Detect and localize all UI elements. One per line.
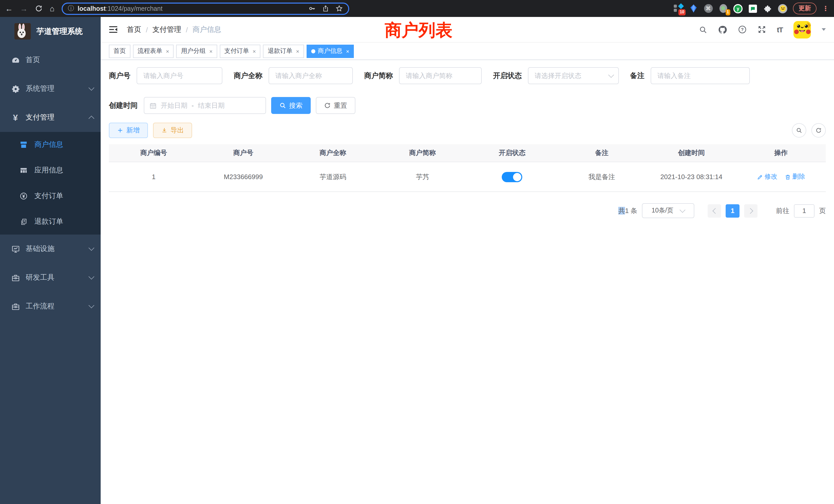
extension-chat-icon[interactable]	[748, 4, 758, 13]
home-icon[interactable]: ⌂	[50, 5, 54, 12]
filter-create-time: 创建时间 开始日期 - 结束日期	[109, 97, 266, 114]
extension-gem-icon[interactable]	[689, 4, 698, 13]
browser-profile-avatar[interactable]	[778, 4, 787, 13]
browser-menu-icon[interactable]: ⋮	[822, 5, 829, 12]
breadcrumb-current: 商户信息	[193, 25, 221, 34]
sidebar-item-label: 应用信息	[35, 166, 63, 175]
sidebar-fold-icon[interactable]	[109, 26, 117, 33]
merchant-table: 商户编号 商户号 商户全称 商户简称 开启状态 备注 创建时间 操作 1 M23…	[109, 144, 826, 192]
address-bar[interactable]: ⓘ localhost:1024/pay/merchant	[62, 2, 349, 15]
sidebar-item-app-info[interactable]: 应用信息	[0, 158, 101, 183]
table-toolbar: 新增 导出	[109, 123, 826, 138]
table-row: 1 M233666999 芋道源码 芋艿 我是备注 2021-10-23 08:…	[109, 162, 826, 192]
merchant-no-label: 商户号	[109, 71, 137, 80]
github-icon[interactable]	[718, 25, 727, 34]
tab-label: 支付订单	[224, 47, 249, 55]
font-size-icon[interactable]: tT	[777, 25, 783, 33]
sidebar-item-pay-order[interactable]: 支付订单	[0, 183, 101, 209]
refresh-icon	[815, 127, 822, 134]
avatar-dropdown-caret-icon[interactable]	[822, 28, 826, 31]
tab-home[interactable]: 首页	[109, 44, 130, 58]
remark-input[interactable]	[651, 67, 750, 84]
extension-tiles-icon[interactable]: 10	[674, 4, 683, 13]
tab-close-icon[interactable]: ×	[346, 48, 349, 54]
tab-label: 流程表单	[138, 47, 162, 55]
forward-icon[interactable]: →	[20, 5, 28, 12]
sidebar-item-label: 研发工具	[26, 273, 54, 282]
sidebar-item-label: 退款订单	[35, 217, 63, 226]
fullscreen-icon[interactable]	[758, 25, 766, 34]
prev-page-button[interactable]	[708, 204, 721, 217]
share-icon[interactable]	[322, 5, 329, 12]
short-name-input[interactable]	[399, 67, 482, 84]
chevron-right-icon	[747, 208, 753, 214]
tab-user-group[interactable]: 用户分组 ×	[176, 44, 217, 58]
sidebar-item-home[interactable]: 首页	[0, 46, 101, 74]
extension-blob-icon[interactable]: 1	[719, 4, 728, 13]
site-info-icon[interactable]: ⓘ	[68, 4, 74, 13]
extension-badge-one: 1	[725, 9, 730, 15]
sidebar-item-infrastructure[interactable]: 基础设施	[0, 234, 101, 263]
tab-refund-order[interactable]: 退款订单 ×	[263, 44, 304, 58]
tab-pay-order[interactable]: 支付订单 ×	[220, 44, 261, 58]
tab-process-form[interactable]: 流程表单 ×	[133, 44, 174, 58]
export-button[interactable]: 导出	[153, 123, 192, 138]
tab-close-icon[interactable]: ×	[253, 48, 256, 54]
goto-page-input[interactable]	[794, 204, 814, 217]
extension-command-icon[interactable]: ⌘	[704, 4, 713, 13]
tab-close-icon[interactable]: ×	[296, 48, 300, 54]
tab-merchant-info[interactable]: 商户信息 ×	[307, 44, 354, 58]
cell-actions: 修改 删除	[736, 162, 826, 191]
tab-close-icon[interactable]: ×	[166, 48, 169, 54]
next-page-button[interactable]	[744, 204, 758, 217]
app-logo[interactable]: 芋道管理系统	[0, 17, 101, 46]
add-button[interactable]: 新增	[109, 123, 148, 138]
refresh-icon[interactable]	[35, 5, 43, 12]
create-time-range-picker[interactable]: 开始日期 - 结束日期	[144, 97, 266, 114]
delete-link[interactable]: 删除	[785, 173, 805, 181]
extensions-puzzle-icon[interactable]	[763, 4, 772, 13]
current-page-button[interactable]: 1	[726, 204, 740, 217]
main-content: 商户号 商户全称 商户简称 开启状态 请选择开启状态 备注	[101, 60, 834, 504]
tab-close-icon[interactable]: ×	[209, 48, 213, 54]
sidebar-item-refund-order[interactable]: 退款订单	[0, 209, 101, 234]
sidebar-item-workflow[interactable]: 工作流程	[0, 292, 101, 321]
chevron-up-icon	[89, 116, 94, 122]
edit-link[interactable]: 修改	[757, 173, 777, 181]
status-toggle[interactable]	[502, 172, 523, 182]
create-time-label: 创建时间	[109, 101, 144, 110]
password-key-icon[interactable]	[308, 5, 316, 12]
refresh-table-button[interactable]	[811, 123, 826, 138]
status-select[interactable]: 请选择开启状态	[528, 67, 619, 84]
sidebar-item-payment[interactable]: ¥ 支付管理	[0, 103, 101, 132]
page-size-value: 10条/页	[652, 206, 674, 215]
browser-update-button[interactable]: 更新	[793, 3, 816, 14]
full-name-input[interactable]	[269, 67, 353, 84]
col-status: 开启状态	[467, 144, 557, 162]
toolbox-icon	[11, 273, 20, 282]
search-button[interactable]: 搜索	[271, 97, 311, 114]
tab-label: 退款订单	[268, 47, 292, 55]
reset-button[interactable]: 重置	[316, 97, 355, 114]
delete-label: 删除	[792, 173, 805, 181]
short-name-label: 商户简称	[364, 71, 399, 80]
table-header: 商户编号 商户号 商户全称 商户简称 开启状态 备注 创建时间 操作	[109, 144, 826, 162]
sidebar-item-system[interactable]: 系统管理	[0, 74, 101, 103]
user-avatar[interactable]	[793, 21, 811, 38]
help-icon[interactable]: ?	[738, 25, 747, 34]
total-count: 1	[625, 207, 629, 214]
header-search-icon[interactable]	[699, 25, 707, 33]
toggle-search-button[interactable]	[792, 123, 806, 138]
breadcrumb-payment[interactable]: 支付管理	[153, 25, 181, 34]
breadcrumb-home[interactable]: 首页	[127, 25, 141, 34]
back-icon[interactable]: ←	[5, 5, 13, 12]
page-size-select[interactable]: 10条/页	[642, 203, 694, 218]
sidebar-menu: 首页 系统管理 ¥ 支付管理 商户信息	[0, 46, 101, 321]
extension-y-icon[interactable]: y	[733, 4, 743, 13]
sidebar-item-merchant-info[interactable]: 商户信息	[0, 132, 101, 158]
bookmark-star-icon[interactable]	[335, 5, 343, 12]
chevron-down-icon	[680, 207, 686, 213]
active-tab-dot-icon	[311, 49, 315, 53]
merchant-no-input[interactable]	[137, 67, 222, 84]
sidebar-item-devtools[interactable]: 研发工具	[0, 263, 101, 292]
